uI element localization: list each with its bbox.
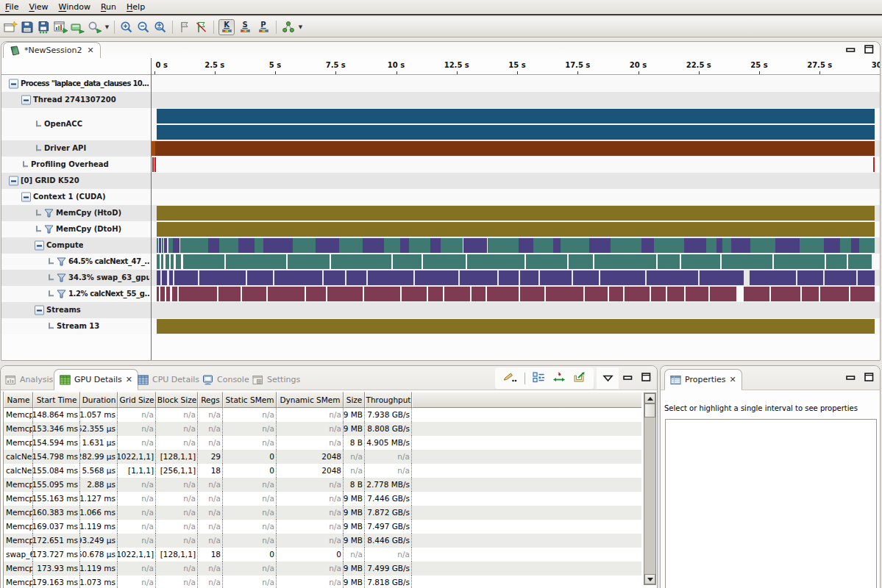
timeline-bar[interactable] xyxy=(157,238,158,253)
column-header-static-smem[interactable]: Static SMem xyxy=(223,392,277,408)
timeline-bar[interactable] xyxy=(609,287,623,301)
tab-properties[interactable]: Properties ✕ xyxy=(664,369,742,390)
timeline-row-label[interactable]: [0] GRID K520 xyxy=(21,173,79,189)
overhead-tick[interactable] xyxy=(154,157,156,172)
timeline-row-label[interactable]: Compute xyxy=(46,237,83,254)
column-header-start-time[interactable]: Start Time xyxy=(33,392,80,408)
timeline-bar[interactable] xyxy=(658,254,680,269)
collapse-minus-icon[interactable] xyxy=(9,79,18,89)
timeline-bar[interactable] xyxy=(722,238,731,253)
timeline-row-label[interactable]: 34.3% swap_63_gpu xyxy=(68,270,149,286)
timeline-bar[interactable] xyxy=(430,238,441,253)
maximize-icon[interactable] xyxy=(641,373,651,381)
minimize-icon[interactable] xyxy=(623,373,633,381)
toolbar-p-intervals-button[interactable]: P xyxy=(255,19,271,35)
collapse-minus-icon[interactable] xyxy=(21,96,31,105)
timeline-bar[interactable] xyxy=(384,238,400,253)
timeline-bar[interactable] xyxy=(700,270,744,285)
timeline-bar[interactable] xyxy=(199,270,246,285)
timeline-bar[interactable] xyxy=(176,254,181,269)
timeline-bar[interactable] xyxy=(520,270,538,285)
timeline-bar[interactable] xyxy=(589,238,611,253)
timeline-bar[interactable] xyxy=(744,287,769,301)
collapse-minus-icon[interactable] xyxy=(35,306,44,315)
minimize-icon[interactable] xyxy=(846,46,856,53)
timeline-bar[interactable] xyxy=(219,238,238,253)
timeline-bar[interactable] xyxy=(164,238,167,253)
timeline-bar[interactable] xyxy=(180,238,208,253)
tab-analysis[interactable]: Analysis xyxy=(5,369,53,390)
filter-funnel-icon[interactable] xyxy=(57,273,66,283)
timeline-bar[interactable] xyxy=(218,287,241,301)
timeline-bar[interactable] xyxy=(238,238,255,253)
dropdown-caret-icon[interactable]: ▼ xyxy=(104,19,110,35)
table-row[interactable]: Memcpy153.346 ms62.355 µsn/an/an/an/an/a… xyxy=(4,422,641,436)
maximize-icon[interactable] xyxy=(864,45,874,54)
timeline-bar[interactable] xyxy=(331,254,391,269)
collapse-minus-icon[interactable] xyxy=(9,176,18,186)
scrollbar-thumb[interactable] xyxy=(644,404,655,417)
details-layout-groups-button[interactable] xyxy=(533,371,545,386)
column-header-duration[interactable]: Duration xyxy=(80,392,118,408)
table-scrollbar[interactable] xyxy=(644,392,656,585)
toolbar-s-intervals-button[interactable]: S xyxy=(237,19,253,35)
timeline-bar[interactable] xyxy=(400,238,409,253)
timeline-bar[interactable] xyxy=(840,238,851,253)
timeline-bar[interactable] xyxy=(651,287,666,301)
timeline-row-label[interactable]: Profiling Overhead xyxy=(31,157,109,173)
tab-cpu-details[interactable]: CPU Details xyxy=(138,369,199,390)
table-row[interactable]: Memcpy154.594 ms1.631 µsn/an/an/an/an/a8… xyxy=(4,436,641,450)
timeline-bar[interactable] xyxy=(540,270,572,285)
column-header-name[interactable]: Name xyxy=(4,392,33,408)
timeline-bar[interactable] xyxy=(850,287,875,301)
timeline-row-label[interactable]: Context 1 (CUDA) xyxy=(33,189,106,205)
timeline-bar[interactable] xyxy=(774,254,825,269)
timeline-bar[interactable] xyxy=(157,270,160,285)
timeline-row-label[interactable]: Process "laplace_data_clauses 10... xyxy=(21,76,149,92)
filter-funnel-icon[interactable] xyxy=(57,290,66,299)
timeline-bar[interactable] xyxy=(520,287,544,301)
timeline-bar[interactable] xyxy=(775,238,800,253)
toolbar-profile-application-button[interactable] xyxy=(53,18,69,36)
toolbar-new-session-button[interactable] xyxy=(2,18,18,36)
details-pencil-dots-button[interactable] xyxy=(502,371,517,386)
timeline-bar[interactable] xyxy=(157,206,875,220)
timeline-bar[interactable] xyxy=(255,238,263,253)
timeline-bar[interactable] xyxy=(363,238,384,253)
timeline-row-label[interactable]: Thread 2741307200 xyxy=(33,92,116,108)
timeline-bar[interactable] xyxy=(681,254,720,269)
timeline-bar[interactable] xyxy=(499,270,519,285)
timeline-row-label[interactable]: MemCpy (DtoH) xyxy=(56,221,121,237)
table-row[interactable]: Memcpy169.037 ms1.119 msn/an/an/an/an/a9… xyxy=(4,520,641,534)
details-move-arrows-button[interactable] xyxy=(552,371,566,386)
timeline-bar[interactable] xyxy=(162,238,163,253)
table-row[interactable]: Memcpy173.93 ms1.119 msn/an/an/an/an/a9 … xyxy=(4,562,641,576)
timeline-bar[interactable] xyxy=(802,287,819,301)
timeline-bar[interactable] xyxy=(327,287,363,301)
timeline-bar[interactable] xyxy=(166,287,170,301)
scroll-up-button[interactable] xyxy=(644,393,655,404)
timeline-bar[interactable] xyxy=(533,238,553,253)
column-header-size[interactable]: Size xyxy=(344,392,365,408)
timeline-bar[interactable] xyxy=(423,254,466,269)
table-row[interactable]: Memcpy160.383 ms1.066 msn/an/an/an/an/a9… xyxy=(4,506,641,520)
timeline-bar[interactable] xyxy=(166,254,169,269)
timeline-bar[interactable] xyxy=(247,270,273,285)
filter-funnel-icon[interactable] xyxy=(44,225,54,234)
timeline-bar[interactable] xyxy=(706,238,716,253)
timeline-bar[interactable] xyxy=(393,254,422,269)
timeline-bar[interactable] xyxy=(157,109,875,123)
timeline-bar[interactable] xyxy=(428,287,443,301)
timeline-bar[interactable] xyxy=(625,287,650,301)
timeline-bar[interactable] xyxy=(488,238,519,253)
timeline-bar[interactable] xyxy=(716,238,722,253)
timeline-bar[interactable] xyxy=(157,254,160,269)
menu-view[interactable]: View xyxy=(24,1,53,13)
table-row[interactable]: Memcpy155.095 ms2.88 µsn/an/an/an/an/a8 … xyxy=(4,478,641,492)
timeline-bar[interactable] xyxy=(288,254,330,269)
close-icon[interactable]: ✕ xyxy=(730,375,736,384)
timeline-bar[interactable] xyxy=(526,254,567,269)
timeline-bar[interactable] xyxy=(859,238,875,253)
timeline-bar[interactable] xyxy=(368,270,413,285)
timeline-bar[interactable] xyxy=(339,238,363,253)
